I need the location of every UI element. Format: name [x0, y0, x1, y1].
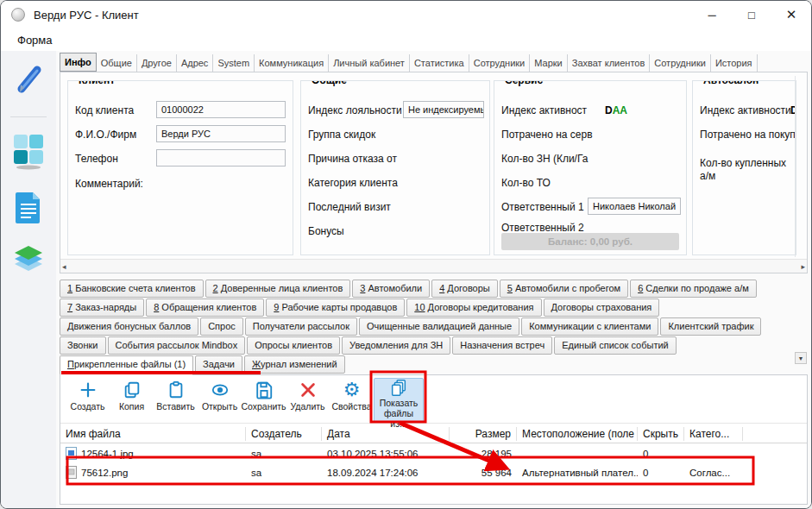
subtab-contracts[interactable]: 4 Договоры [431, 280, 498, 298]
file-name: 75612.png [81, 468, 128, 478]
delete-label: Удалить [290, 401, 324, 412]
file-hide: 0 [638, 449, 684, 459]
copy-label: Копия [119, 401, 144, 412]
column-size[interactable]: Размер [450, 427, 517, 441]
show-files-from-button[interactable]: Показать файлы из... [374, 378, 424, 423]
subtab-calls[interactable]: Звонки [60, 336, 106, 355]
subtab-label: Сделки по продаже а/м [643, 283, 749, 293]
loyalty-index-field[interactable]: Не индексируемь [403, 101, 484, 118]
tab-drugoe[interactable]: Другое [137, 54, 177, 72]
file-date: 18.09.2024 17:24:06 [322, 468, 450, 478]
column-creator[interactable]: Создатель [246, 427, 322, 441]
responsible1-field[interactable]: Николаев Николай [588, 198, 681, 215]
app-window: Верди РУС - Клиент ─ □ ✕ Форма [0, 0, 812, 509]
menu-item-form[interactable]: Форма [17, 34, 53, 47]
subtab-bonus-movements[interactable]: Движения бонусных баллов [60, 317, 198, 336]
create-button[interactable]: Создать [66, 378, 110, 423]
subtab-car-sales[interactable]: 6 Сделки по продаже а/м [630, 280, 757, 298]
subtab-credit-contracts[interactable]: 10 Договоры кредитования [406, 298, 541, 317]
subtab-client-surveys[interactable]: Опросы клиентов [247, 336, 340, 355]
column-file-name[interactable]: Имя файла [60, 427, 246, 441]
subtab-label: Звонки [67, 340, 98, 350]
copy-button[interactable]: Копия [110, 378, 154, 423]
document-icon[interactable] [14, 190, 43, 228]
column-location[interactable]: Местоположение (поле ... [517, 427, 638, 441]
app-icon [11, 8, 25, 22]
subtab-mindbox-events[interactable]: События рассылок Mindbox [108, 336, 246, 355]
tab-adres[interactable]: Адрес [177, 54, 214, 72]
tab-kommunikatsiya[interactable]: Коммуникация [255, 54, 329, 72]
subtab-client-communications[interactable]: Коммуникации с клиентами [521, 317, 658, 336]
subtab-label: Договоры [444, 283, 490, 293]
subtab-attached-files[interactable]: Прикрепленные файлы (1) [60, 355, 193, 375]
pen-icon[interactable] [11, 61, 46, 99]
column-category[interactable]: Катего... [684, 427, 743, 441]
main-area: Инфо Общие Другое Адрес System Коммуника… [56, 51, 811, 508]
client-code-field[interactable]: 01000022 [156, 101, 286, 118]
tab-info[interactable]: Инфо [60, 53, 97, 72]
open-button[interactable]: Открыть [198, 378, 242, 423]
tab-sotrudniki-2[interactable]: Сотрудники [650, 54, 711, 72]
client-name-field[interactable]: Верди РУС [156, 125, 286, 142]
properties-button[interactable]: ⚙ Свойства [330, 378, 374, 423]
subtab-client-requests[interactable]: 8 Обращения клиентов [146, 298, 264, 317]
minimize-button[interactable]: ─ [692, 1, 732, 28]
subtab-sales-cards[interactable]: 9 Рабочие карты продавцов [266, 298, 405, 317]
subtab-label: Клиентский трафик [668, 321, 753, 331]
balance-button[interactable]: Баланс: 0,00 руб. [501, 233, 679, 250]
tab-sotrudniki-1[interactable]: Сотрудники [469, 54, 531, 72]
file-creator: sa [246, 449, 322, 459]
table-row[interactable]: 75612.png sa 18.09.2024 17:24:06 55 964 … [60, 463, 807, 482]
eye-icon [210, 379, 230, 401]
tab-statistika[interactable]: Статистика [410, 54, 469, 72]
tab-marki[interactable]: Марки [530, 54, 567, 72]
subtab-cars[interactable]: 3 Автомобили [352, 280, 430, 298]
subtab-client-traffic[interactable]: Клиентский трафик [660, 317, 761, 336]
subtab-demand[interactable]: Спрос [200, 317, 243, 336]
scroll-left-icon[interactable]: ◂ [62, 262, 66, 271]
tab-zakhvat-klientov[interactable]: Захват клиентов [568, 54, 651, 72]
copy-icon [123, 379, 142, 401]
table-row[interactable]: 12564-1.jpg sa 03.10.2025 13:55:06 28 19… [60, 444, 807, 463]
subtab-work-orders[interactable]: 7 Заказ-наряды [60, 298, 144, 317]
client-phone-field[interactable] [156, 149, 286, 167]
subtab-mailing-recipients[interactable]: Получатели рассылок [245, 317, 357, 336]
subtab-tasks[interactable]: Задачи [195, 355, 242, 374]
service-activity-label: Индекс активност [501, 104, 587, 116]
sidebar [1, 51, 56, 508]
subtab-label: рикрепленные файлы (1) [74, 359, 186, 369]
horizontal-scrollbar[interactable]: ◂ ▸ [60, 259, 807, 273]
column-hide[interactable]: Скрыть [638, 427, 684, 441]
layers-icon[interactable] [11, 245, 46, 281]
tab-istoriya[interactable]: История [711, 54, 758, 72]
tiles-icon[interactable] [11, 133, 46, 174]
tab-obshchie[interactable]: Общие [97, 54, 137, 72]
subtab-insurance-contracts[interactable]: Договоры страхования [544, 298, 660, 317]
close-button[interactable]: ✕ [771, 1, 811, 28]
maximize-button[interactable]: □ [732, 1, 771, 28]
paste-button[interactable]: Вставить [154, 378, 198, 423]
subtab-unified-events[interactable]: Единый список событий [554, 336, 677, 355]
file-date: 03.10.2025 13:55:06 [322, 449, 450, 459]
subtab-label: Заказ-наряды [72, 302, 136, 312]
subtab-bank-accounts[interactable]: 1 Банковские счета клиентов [60, 280, 204, 298]
paste-label: Вставить [156, 401, 195, 412]
subtab-scroll-down[interactable]: ▼ [795, 352, 807, 364]
subtab-change-log[interactable]: Журнал изменений [244, 355, 345, 374]
file-size: 55 964 [450, 468, 517, 478]
subtab-zn-notifications[interactable]: Уведомления для ЗН [342, 336, 450, 355]
tab-system[interactable]: System [213, 54, 255, 72]
subtab-validated-data[interactable]: Очищенные валидацией данные [359, 317, 519, 336]
save-button[interactable]: Сохранить [242, 378, 286, 423]
delete-button[interactable]: Удалить [286, 378, 330, 423]
column-date[interactable]: Дата [322, 427, 450, 441]
subtab-trusted-persons[interactable]: 2 Доверенные лица клиентов [205, 280, 351, 298]
scroll-right-icon[interactable]: ▸ [801, 262, 805, 271]
service-to-label: Кол-во ТО [501, 177, 551, 189]
subtab-used-cars[interactable]: 5 Автомобили с пробегом [500, 280, 628, 298]
subtab-meeting-appointments[interactable]: Назначения встреч [452, 336, 552, 355]
tab-lichnyy-kabinet[interactable]: Личный кабинет [329, 54, 410, 72]
subtab-row-3: Движения бонусных баллов Спрос Получател… [60, 317, 761, 336]
plus-icon [79, 379, 98, 401]
subtab-label: Автомобили [365, 283, 422, 293]
